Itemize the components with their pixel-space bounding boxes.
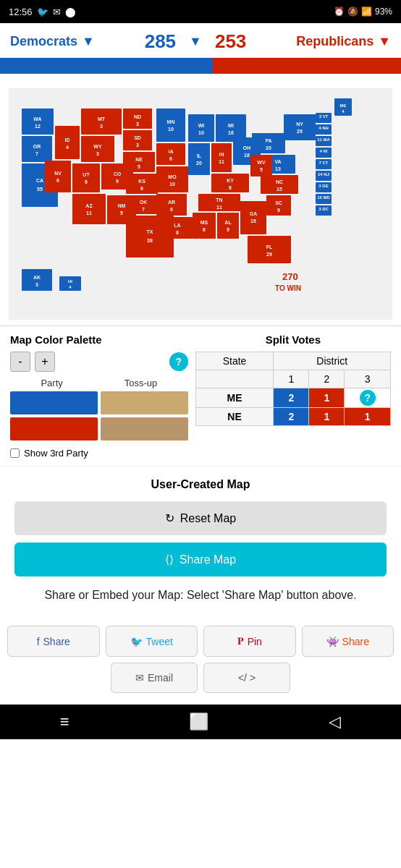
controls-row: Map Color Palette - + ? Party Toss-up Sh… <box>0 326 401 466</box>
split-votes-section: Split Votes State District 1 2 3 ME 2 <box>195 333 391 426</box>
palette-title: Map Color Palette <box>10 333 188 346</box>
svg-text:11: 11 <box>216 205 222 210</box>
nav-home-icon[interactable]: ⬜ <box>189 712 208 731</box>
tossup-swatch-1[interactable] <box>101 391 188 414</box>
svg-rect-4 <box>22 136 52 162</box>
rep-label-text: Republicans <box>296 34 373 49</box>
svg-rect-97 <box>248 236 291 263</box>
svg-text:16: 16 <box>250 218 256 224</box>
dem-label-container[interactable]: Democrats ▼ <box>10 34 95 49</box>
rd-icon: 👾 <box>326 636 339 647</box>
svg-text:4 NH: 4 NH <box>318 126 329 130</box>
svg-text:WY: WY <box>93 144 102 149</box>
svg-text:MI: MI <box>228 123 234 128</box>
rep-label-container[interactable]: Republicans ▼ <box>296 34 391 49</box>
svg-text:6: 6 <box>170 207 173 212</box>
palette-plus-button[interactable]: + <box>35 352 55 372</box>
svg-rect-73 <box>211 143 232 172</box>
state-header: State <box>195 352 274 370</box>
svg-rect-91 <box>217 213 239 239</box>
pinterest-share-button[interactable]: 𝐏 Pin <box>203 626 296 657</box>
twitter-share-button[interactable]: 🐦 Tweet <box>106 626 198 657</box>
social-share-row-2: ✉ Email </ > <box>0 663 401 693</box>
nav-bar: ≡ ⬜ ◁ <box>0 705 401 739</box>
svg-text:3 DC: 3 DC <box>318 207 329 211</box>
me-d3-cell[interactable]: ? <box>345 388 391 408</box>
svg-rect-64 <box>162 217 193 239</box>
nav-lines-icon[interactable]: ≡ <box>60 712 69 731</box>
us-map[interactable]: WA 12 OR 7 CA 55 ID 4 NV 6 MT <box>9 88 392 320</box>
svg-text:3: 3 <box>136 122 139 127</box>
svg-text:NE: NE <box>135 157 143 162</box>
fb-label: Share <box>43 636 70 647</box>
svg-text:IL: IL <box>197 153 202 158</box>
reddit-share-button[interactable]: 👾 Share <box>302 626 394 657</box>
me-d3-question[interactable]: ? <box>360 390 376 406</box>
rep-dropdown-icon: ▼ <box>378 34 391 49</box>
embed-button[interactable]: </ > <box>203 663 290 693</box>
dem-swatch[interactable] <box>10 391 98 414</box>
mute-icon: 🔕 <box>347 7 358 17</box>
svg-text:3: 3 <box>100 124 103 129</box>
me-d2-cell[interactable]: 1 <box>309 388 345 408</box>
svg-text:ME: ME <box>340 103 347 108</box>
ne-d2-cell[interactable]: 1 <box>309 408 345 426</box>
svg-text:16: 16 <box>228 130 234 135</box>
svg-text:OH: OH <box>243 145 251 150</box>
svg-text:7: 7 <box>142 207 145 212</box>
share-map-button[interactable]: ⟨⟩ Share Map <box>14 542 387 576</box>
rep-swatch[interactable] <box>10 417 98 441</box>
svg-text:LA: LA <box>174 223 180 228</box>
district-header: District <box>274 352 391 370</box>
me-d1-cell[interactable]: 2 <box>274 388 309 408</box>
svg-text:3: 3 <box>35 282 38 287</box>
circle-icon: ⬤ <box>65 7 76 17</box>
svg-text:4: 4 <box>66 145 69 150</box>
palette-labels: Party Toss-up <box>10 378 188 388</box>
map-container: WA 12 OR 7 CA 55 ID 4 NV 6 MT <box>0 74 401 326</box>
svg-text:13: 13 <box>275 166 281 171</box>
svg-rect-55 <box>156 143 185 165</box>
svg-text:OR: OR <box>33 144 41 149</box>
user-map-section: User-Created Map ↻ Reset Map ⟨⟩ Share Ma… <box>0 466 401 626</box>
ne-d1-cell[interactable]: 2 <box>274 408 309 426</box>
svg-text:AL: AL <box>224 220 232 225</box>
svg-text:ID: ID <box>65 137 70 142</box>
tossup-swatch-2[interactable] <box>101 417 188 441</box>
svg-text:FL: FL <box>266 244 273 250</box>
email-share-button[interactable]: ✉ Email <box>111 663 198 693</box>
svg-text:3: 3 <box>136 142 139 148</box>
svg-text:4 RI: 4 RI <box>319 149 327 153</box>
palette-section: Map Color Palette - + ? Party Toss-up Sh… <box>10 333 188 459</box>
nav-back-icon[interactable]: ◁ <box>329 712 341 731</box>
district-col-3: 3 <box>345 370 391 388</box>
svg-text:NY: NY <box>296 122 303 127</box>
user-map-title: User-Created Map <box>14 478 387 491</box>
svg-text:270: 270 <box>282 271 298 282</box>
svg-text:OK: OK <box>140 200 148 205</box>
reset-map-button[interactable]: ↻ Reset Map <box>14 501 387 535</box>
rep-progress <box>213 58 401 74</box>
show-3rd-checkbox[interactable] <box>10 448 20 458</box>
svg-text:12: 12 <box>35 124 41 129</box>
facebook-share-button[interactable]: f Share <box>7 626 100 657</box>
signal-icon: 📶 <box>361 7 372 17</box>
svg-text:18: 18 <box>244 153 250 158</box>
svg-text:KY: KY <box>227 178 234 183</box>
svg-text:NM: NM <box>118 203 126 208</box>
svg-text:15: 15 <box>277 187 282 192</box>
ne-d3-cell[interactable]: 1 <box>345 408 391 426</box>
svg-text:VA: VA <box>274 159 281 164</box>
fb-icon: f <box>37 636 40 647</box>
email-label: Email <box>148 672 173 684</box>
palette-minus-button[interactable]: - <box>10 352 30 372</box>
svg-text:MS: MS <box>200 220 208 225</box>
svg-text:GA: GA <box>250 211 258 216</box>
share-instructions: Share or Embed your Map: Select 'Share M… <box>14 587 387 604</box>
battery-display: 93% <box>375 7 392 17</box>
embed-icon: </ > <box>238 672 256 684</box>
palette-help-button[interactable]: ? <box>169 352 188 371</box>
dem-dropdown-icon: ▼ <box>82 34 95 49</box>
svg-text:3 VT: 3 VT <box>319 114 329 119</box>
svg-rect-19 <box>81 136 114 162</box>
